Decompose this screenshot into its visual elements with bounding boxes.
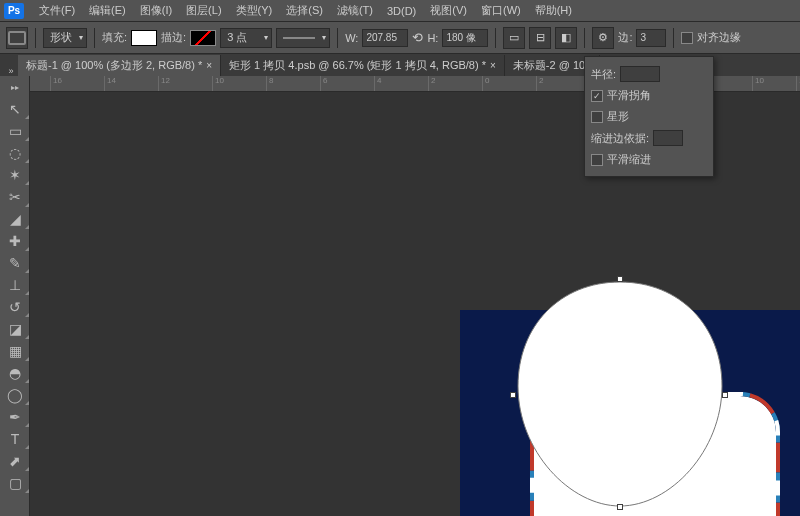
path-select-tool[interactable]: ⬈ xyxy=(0,450,30,472)
shape-preset-icon[interactable] xyxy=(6,27,28,49)
anchor-handle[interactable] xyxy=(722,392,728,398)
radius-input[interactable] xyxy=(620,66,660,82)
dodge-tool[interactable]: ◯ xyxy=(0,384,30,406)
polygon-head-shape[interactable] xyxy=(510,276,730,516)
menu-window[interactable]: 窗口(W) xyxy=(474,3,528,18)
height-input[interactable] xyxy=(442,29,488,47)
link-wh-icon[interactable]: ⟲ xyxy=(412,30,423,45)
stroke-style-dropdown[interactable] xyxy=(276,28,330,48)
menu-edit[interactable]: 编辑(E) xyxy=(82,3,133,18)
sides-label: 边: xyxy=(618,30,632,45)
tab-label: 矩形 1 拷贝 4.psb @ 66.7% (矩形 1 拷贝 4, RGB/8)… xyxy=(229,58,486,73)
menu-layer[interactable]: 图层(L) xyxy=(179,3,228,18)
blur-tool[interactable]: ◓ xyxy=(0,362,30,384)
anchor-handle[interactable] xyxy=(617,276,623,282)
radius-label: 半径: xyxy=(591,67,616,82)
stamp-tool[interactable]: ⊥ xyxy=(0,274,30,296)
line-preview-icon xyxy=(283,37,315,39)
star-label: 星形 xyxy=(607,109,629,124)
document-tab-2[interactable]: 矩形 1 拷贝 4.psb @ 66.7% (矩形 1 拷贝 4, RGB/8)… xyxy=(221,55,505,76)
menu-help[interactable]: 帮助(H) xyxy=(528,3,579,18)
menu-type[interactable]: 类型(Y) xyxy=(229,3,280,18)
menu-3d[interactable]: 3D(D) xyxy=(380,5,423,17)
align-edges-label: 对齐边缘 xyxy=(697,30,741,45)
brush-tool[interactable]: ✎ xyxy=(0,252,30,274)
smooth-corners-label: 平滑拐角 xyxy=(607,88,651,103)
wand-tool[interactable]: ✶ xyxy=(0,164,30,186)
menu-file[interactable]: 文件(F) xyxy=(32,3,82,18)
separator xyxy=(673,28,674,48)
path-op-icon[interactable]: ▭ xyxy=(503,27,525,49)
align-icon[interactable]: ⊟ xyxy=(529,27,551,49)
tab-overflow-icon[interactable]: » xyxy=(4,66,18,76)
height-label: H: xyxy=(427,32,438,44)
collapse-icon[interactable]: ▸▸ xyxy=(0,76,30,98)
smooth-indent-checkbox[interactable] xyxy=(591,154,603,166)
smooth-corners-checkbox[interactable] xyxy=(591,90,603,102)
close-icon[interactable]: × xyxy=(206,60,212,71)
anchor-handle[interactable] xyxy=(617,504,623,510)
gear-icon[interactable]: ⚙ xyxy=(592,27,614,49)
width-input[interactable] xyxy=(362,29,408,47)
gradient-tool[interactable]: ▦ xyxy=(0,340,30,362)
separator xyxy=(495,28,496,48)
eyedropper-tool[interactable]: ◢ xyxy=(0,208,30,230)
close-icon[interactable]: × xyxy=(490,60,496,71)
lasso-tool[interactable]: ◌ xyxy=(0,142,30,164)
stroke-label: 描边: xyxy=(161,30,186,45)
tab-label: 标题-1 @ 100% (多边形 2, RGB/8) * xyxy=(26,58,202,73)
document-tab-1[interactable]: 标题-1 @ 100% (多边形 2, RGB/8) *× xyxy=(18,55,221,76)
separator xyxy=(35,28,36,48)
eraser-tool[interactable]: ◪ xyxy=(0,318,30,340)
menu-image[interactable]: 图像(I) xyxy=(133,3,179,18)
stroke-swatch[interactable] xyxy=(190,30,216,46)
polygon-options-popup: 半径: 平滑拐角 星形 缩进边依据: 平滑缩进 xyxy=(584,56,714,177)
type-tool[interactable]: T xyxy=(0,428,30,450)
smooth-indent-label: 平滑缩进 xyxy=(607,152,651,167)
arrange-icon[interactable]: ◧ xyxy=(555,27,577,49)
anchor-handle[interactable] xyxy=(510,392,516,398)
tool-mode-dropdown[interactable]: 形状 xyxy=(43,28,87,48)
stroke-width-dropdown[interactable]: 3 点 xyxy=(220,28,272,48)
separator xyxy=(337,28,338,48)
fill-label: 填充: xyxy=(102,30,127,45)
crop-tool[interactable]: ✂ xyxy=(0,186,30,208)
history-brush-tool[interactable]: ↺ xyxy=(0,296,30,318)
indent-input[interactable] xyxy=(653,130,683,146)
healing-tool[interactable]: ✚ xyxy=(0,230,30,252)
menu-view[interactable]: 视图(V) xyxy=(423,3,474,18)
pen-tool[interactable]: ✒ xyxy=(0,406,30,428)
tab-label: 未标题-2 @ 100 xyxy=(513,58,591,73)
menu-select[interactable]: 选择(S) xyxy=(279,3,330,18)
tools-palette: ▸▸ ↖ ▭ ◌ ✶ ✂ ◢ ✚ ✎ ⊥ ↺ ◪ ▦ ◓ ◯ ✒ T ⬈ ▢ xyxy=(0,76,30,516)
move-tool[interactable]: ↖ xyxy=(0,98,30,120)
menu-filter[interactable]: 滤镜(T) xyxy=(330,3,380,18)
separator xyxy=(94,28,95,48)
marquee-tool[interactable]: ▭ xyxy=(0,120,30,142)
align-edges-checkbox[interactable] xyxy=(681,32,693,44)
sides-input[interactable] xyxy=(636,29,666,47)
fill-swatch[interactable] xyxy=(131,30,157,46)
app-logo: Ps xyxy=(4,3,24,19)
width-label: W: xyxy=(345,32,358,44)
indent-label: 缩进边依据: xyxy=(591,131,649,146)
shape-tool[interactable]: ▢ xyxy=(0,472,30,494)
separator xyxy=(584,28,585,48)
star-checkbox[interactable] xyxy=(591,111,603,123)
